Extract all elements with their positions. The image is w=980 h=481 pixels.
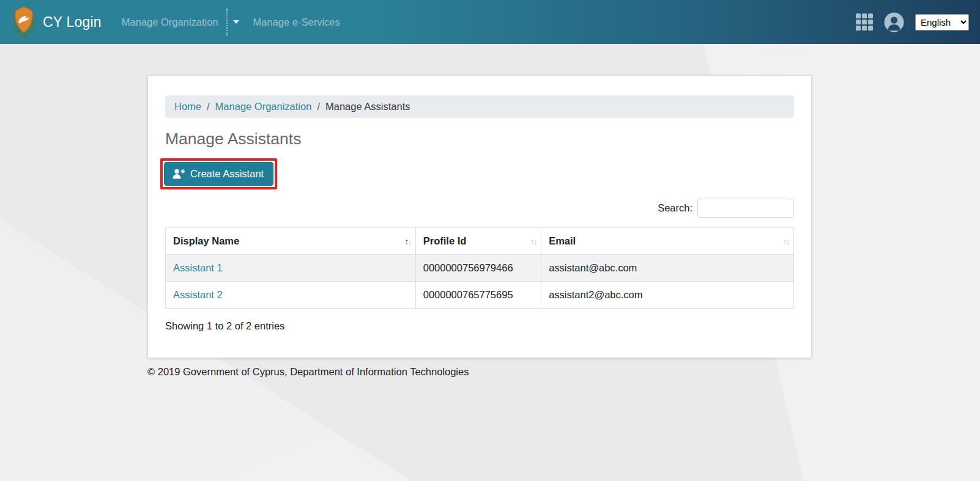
chevron-down-icon [233,20,239,24]
navbar-menu: Manage Organization Manage e-Services [122,9,340,35]
email-cell: assistant@abc.com [541,255,794,282]
column-header-display-name[interactable]: Display Name ↑↓ [166,228,416,255]
breadcrumb-separator: / [207,101,210,112]
brand-title[interactable]: CY Login [43,14,102,31]
search-label: Search: [658,202,692,214]
person-plus-icon [173,169,185,179]
main-content-card: Home / Manage Organization / Manage Assi… [147,75,812,358]
apps-grid-button[interactable] [855,13,874,31]
top-navbar: CY Login Manage Organization Manage e-Se… [0,0,980,44]
user-avatar-icon [884,12,904,32]
navbar-right-controls: English [855,12,969,32]
sort-icon: ↑↓ [783,237,790,246]
table-header-row: Display Name ↑↓ Profile Id ↑↓ Email ↑↓ [166,228,794,255]
page-title: Manage Assistants [165,130,794,149]
cyprus-coat-of-arms-logo [11,6,37,39]
profile-id-cell: 0000000765775695 [415,282,541,309]
breadcrumb-current-page: Manage Assistants [325,101,410,112]
column-header-profile-id[interactable]: Profile Id ↑↓ [415,228,541,255]
create-assistant-button[interactable]: Create Assistant [164,162,273,186]
nav-item-manage-eservices[interactable]: Manage e-Services [253,17,340,28]
breadcrumb-manage-organization-link[interactable]: Manage Organization [215,101,312,112]
create-assistant-label: Create Assistant [190,168,264,180]
table-row: Assistant 2 0000000765775695 assistant2@… [166,282,794,309]
breadcrumb-separator: / [317,101,320,112]
breadcrumb: Home / Manage Organization / Manage Assi… [165,95,794,118]
sort-icon: ↑↓ [530,237,537,246]
profile-id-cell: 0000000756979466 [415,255,541,282]
table-search-bar: Search: [165,199,794,218]
table-entries-summary: Showing 1 to 2 of 2 entries [165,320,794,332]
user-profile-button[interactable] [884,12,904,32]
assistant-1-link[interactable]: Assistant 1 [173,262,223,273]
search-input[interactable] [697,199,794,218]
assistant-2-link[interactable]: Assistant 2 [173,289,223,300]
assistants-table: Display Name ↑↓ Profile Id ↑↓ Email ↑↓ A… [165,227,794,309]
breadcrumb-home-link[interactable]: Home [174,101,201,112]
manage-organization-dropdown-toggle[interactable] [228,17,246,28]
sort-icon: ↑↓ [404,237,411,246]
language-select[interactable]: English [915,14,969,31]
email-cell: assistant2@abc.com [541,282,794,309]
red-highlight-annotation: Create Assistant [160,158,277,189]
column-header-email[interactable]: Email ↑↓ [541,228,794,255]
footer-copyright: © 2019 Government of Cyprus, Department … [147,366,980,378]
table-row: Assistant 1 0000000756979466 assistant@a… [166,255,794,282]
nav-item-manage-organization[interactable]: Manage Organization [122,17,218,28]
apps-grid-icon [855,13,874,31]
